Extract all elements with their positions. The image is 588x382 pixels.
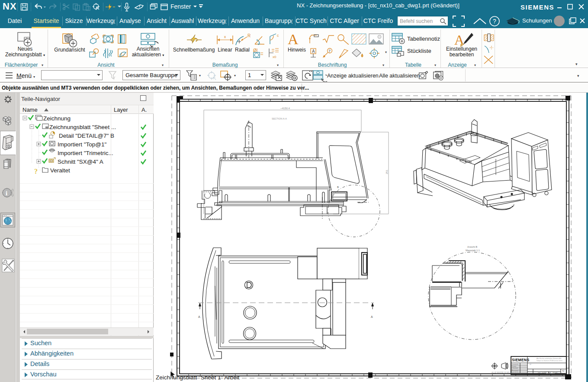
svg-text:Drawn: Drawn: [512, 366, 516, 367]
svg-text:A: A: [371, 315, 373, 318]
svg-text:Zeichnungsblatt "Sheet ...: Zeichnungsblatt "Sheet ...: [49, 124, 116, 130]
svg-text:c: c: [277, 33, 279, 38]
svg-text:R: R: [247, 34, 251, 38]
svg-text:?: ?: [493, 18, 496, 25]
svg-text:A2: A2: [562, 370, 565, 372]
svg-text:B: B: [337, 186, 339, 188]
svg-text:~4150.4: ~4150.4: [280, 107, 290, 110]
svg-text:Veraltet: Veraltet: [50, 167, 70, 174]
svg-text:Zeichnung: Zeichnung: [43, 115, 71, 122]
svg-text:Zeichnungsblatt "Sheet 1" Arbe: Zeichnungsblatt "Sheet 1" Arbeit: [156, 374, 240, 381]
svg-text:Subject to Siemens PLM license: Subject to Siemens PLM license terms: [537, 360, 562, 362]
svg-text:Alle Rechte vorbehalten Siemen: Alle Rechte vorbehalten Siemens AG: [537, 358, 562, 359]
svg-text:ØI: ØI: [253, 48, 258, 53]
svg-text:251: 251: [386, 169, 388, 174]
svg-text:pp: pp: [530, 363, 531, 365]
svg-text:A: A: [198, 315, 200, 318]
svg-text:Importiert "Trimetric...: Importiert "Trimetric...: [58, 150, 113, 156]
svg-text:i: i: [6, 190, 7, 197]
svg-text:A: A: [312, 49, 315, 54]
svg-text:Checked: Checked: [512, 367, 518, 369]
svg-text:x0: x0: [273, 55, 276, 59]
svg-text:Designed: Designed: [512, 363, 518, 365]
svg-text:Importiert "Top@1": Importiert "Top@1": [58, 141, 107, 148]
svg-text:x: x: [224, 35, 226, 39]
svg-text:Approved: Approved: [512, 369, 518, 371]
svg-text:7: 7: [328, 49, 331, 53]
svg-text:?: ?: [34, 168, 38, 175]
svg-text:Ansicht B: Ansicht B: [467, 246, 478, 248]
svg-text:Schnitt "SX@4" A: Schnitt "SX@4" A: [58, 159, 103, 165]
svg-text:ALLE MASSE IN MILLIMETER: ALLE MASSE IN MILLIMETER: [492, 372, 519, 374]
svg-text:Detail "DETAIL@7" B: Detail "DETAIL@7" B: [59, 133, 114, 139]
svg-text:Massstab 1:1: Massstab 1:1: [466, 249, 480, 252]
svg-text:SIEMENS: SIEMENS: [512, 358, 529, 362]
svg-text:SECTION A-A: SECTION A-A: [272, 117, 287, 120]
